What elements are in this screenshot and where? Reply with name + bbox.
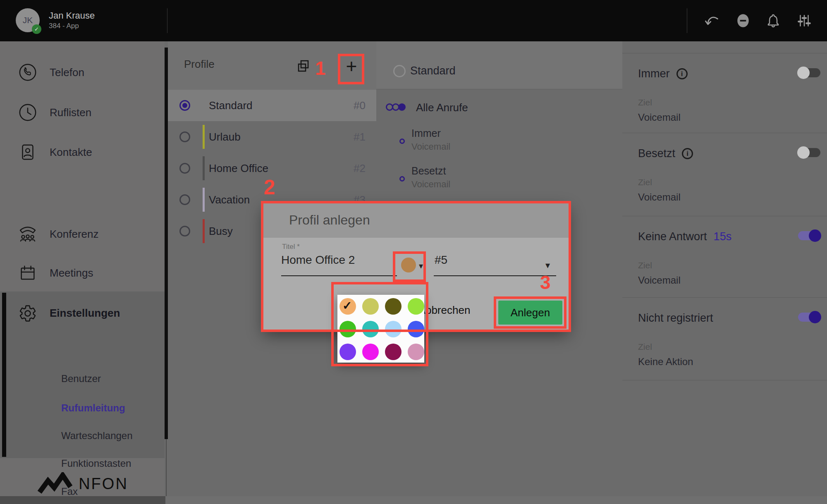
sidebar-subitem-benutzer[interactable]: Benutzer [61,373,101,385]
radio-icon[interactable] [393,65,406,77]
profile-name: Standard [209,99,253,112]
timeout-badge[interactable]: 15s [714,230,732,243]
user-chip[interactable]: JK ✓ Jan Krause 384 - App [16,8,95,32]
radio-icon[interactable] [179,226,190,236]
sidebar-subitem-funktionstasten[interactable]: Funktionstasten [61,458,131,469]
palette-color[interactable] [339,321,356,337]
select-underline [434,275,556,276]
all-calls-label[interactable]: Alle Anrufe [416,101,468,114]
all-calls-icon [386,103,404,111]
sidebar-item-kontakte[interactable]: Kontakte [0,141,165,163]
do-not-disturb-icon[interactable] [736,13,750,29]
select-caret-icon[interactable]: ▾ [545,260,550,271]
radio-selected-icon[interactable] [179,100,190,111]
ziel-label: Ziel [638,177,819,187]
profile-number: #2 [354,162,366,175]
notifications-bell-icon[interactable] [766,13,781,29]
palette-color[interactable] [362,298,379,315]
sidebar-divider [166,439,167,496]
entry-label: Immer [411,127,441,139]
sidebar-scrollbar[interactable] [165,48,168,439]
rule-label: Keine Antwort [638,230,707,243]
profile-row-home-office[interactable]: Home Office #2 [168,153,376,184]
profiles-header: Profile + [168,41,376,90]
duplicate-profile-icon[interactable] [294,57,313,75]
ziel-value[interactable]: Voicemail [638,112,819,123]
title-field-label: Titel * [282,243,300,251]
rule-toggle[interactable] [798,68,820,77]
sidebar-item-label: Meetings [50,267,93,279]
palette-color[interactable] [385,298,402,315]
conference-icon [17,224,38,244]
user-name: Jan Krause [49,10,95,21]
entry-value: Voicemail [411,141,450,152]
topbar: JK ✓ Jan Krause 384 - App [0,0,827,41]
sidebar-subitem-warteschlangen[interactable]: Warteschlangen [61,430,133,442]
radio-icon[interactable] [179,194,190,205]
radio-icon[interactable] [179,163,190,174]
rule-toggle[interactable] [798,148,820,157]
profile-number: #0 [354,99,366,112]
profile-color-bar [203,125,205,149]
sidebar-item-ruflisten[interactable]: Ruflisten [0,102,165,123]
ziel-value[interactable]: Voicemail [638,275,819,286]
sidebar-item-konferenz[interactable]: Konferenz [0,223,165,245]
profile-number-select[interactable]: #5 [435,253,447,267]
topbar-actions [704,0,812,41]
sidebar-subitem-rufumleitung[interactable]: Rufumleitung [61,402,125,414]
clock-icon [17,102,38,123]
sidebar-item-label: Ruflisten [50,106,91,119]
forwarding-rules-column: Immer i Ziel Voicemail Besetzt i Ziel Vo… [622,41,827,496]
rule-label: Besetzt [638,147,675,160]
sidebar-settings-section: Einstellungen Benutzer Rufumleitung Wart… [0,291,165,458]
palette-color[interactable] [385,321,402,337]
check-icon: ✓ [342,299,352,313]
rule-toggle[interactable] [798,231,820,240]
palette-color-selected[interactable]: ✓ [339,298,356,315]
palette-color[interactable] [408,344,424,360]
contact-card-icon [17,142,38,162]
avatar: JK ✓ [16,8,40,32]
sidebar-item-label: Kontakte [50,146,92,159]
sidebar: Telefon Ruflisten Kontakte [0,41,165,504]
phone-icon [17,62,38,83]
gear-icon [17,303,38,324]
palette-color[interactable] [408,321,424,337]
title-input[interactable]: Home Office 2 [281,253,355,267]
rule-toggle[interactable] [798,313,820,322]
info-icon[interactable]: i [682,148,693,159]
profiles-title: Profile [184,58,215,71]
palette-color[interactable] [339,344,356,360]
palette-color[interactable] [362,321,379,337]
profile-name: Busy [209,225,233,238]
add-profile-button[interactable]: + [341,55,362,77]
footer-strip-left [0,496,165,504]
info-icon[interactable]: i [676,68,688,79]
ziel-value[interactable]: Keine Aktion [638,356,819,368]
palette-color[interactable] [385,344,402,360]
bullet-circle-icon [399,176,405,182]
create-button[interactable]: Anlegen [498,301,562,325]
profile-row-standard[interactable]: Standard #0 [168,90,376,121]
ziel-value[interactable]: Voicemail [638,191,819,203]
input-underline [281,275,397,276]
sidebar-item-einstellungen[interactable]: Einstellungen [0,303,165,324]
sidebar-item-meetings[interactable]: Meetings [0,262,165,284]
sidebar-item-label: Einstellungen [50,307,120,320]
call-redirect-icon[interactable] [704,13,720,28]
detail-header: Standard [376,41,622,89]
rule-besetzt: Besetzt i Ziel Voicemail [622,133,827,216]
profile-row-urlaub[interactable]: Urlaub #1 [168,121,376,153]
app-window: JK ✓ Jan Krause 384 - App [0,0,827,504]
sliders-icon[interactable] [796,13,812,29]
profile-color-bar [203,188,205,212]
profile-name: Urlaub [209,131,241,143]
radio-icon[interactable] [179,131,190,142]
topbar-divider [687,8,687,33]
ziel-label: Ziel [638,98,819,107]
sidebar-item-telefon[interactable]: Telefon [0,62,165,83]
color-swatch-button[interactable] [401,258,416,272]
palette-color[interactable] [408,298,424,315]
swatch-caret-icon[interactable]: ▾ [419,261,423,271]
palette-color[interactable] [362,344,379,360]
